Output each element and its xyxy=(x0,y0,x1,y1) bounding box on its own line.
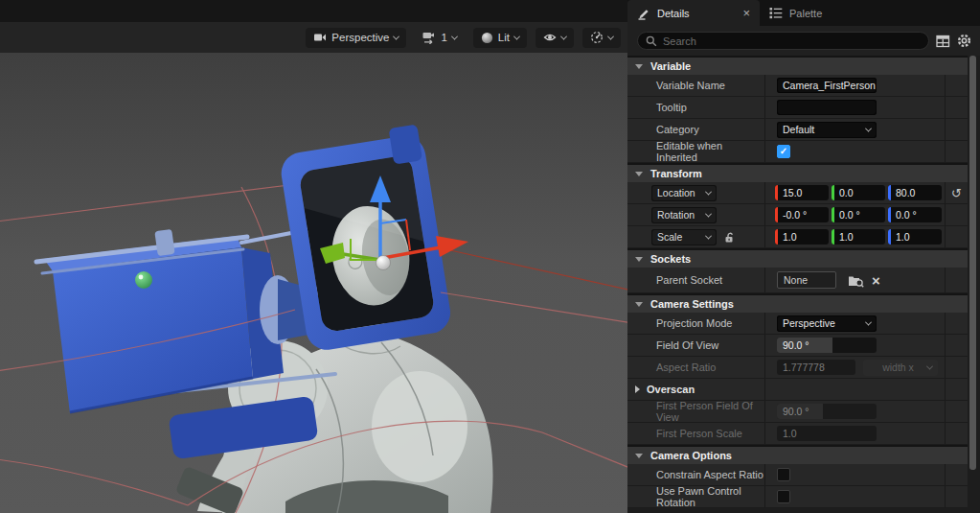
display-filter-button[interactable] xyxy=(936,35,950,48)
property-label: Use Pawn Control Rotation xyxy=(656,485,764,508)
unlocked-lock-icon[interactable] xyxy=(723,231,736,244)
section-header-transform[interactable]: Transform xyxy=(627,163,968,182)
row-location: Location 15.0 0.0 80.0 ↺ xyxy=(627,182,968,204)
subsection-title[interactable]: Overscan xyxy=(647,384,695,395)
expander-down-icon xyxy=(635,302,643,307)
perspective-label: Perspective xyxy=(331,32,389,43)
scale-x-input[interactable]: 1.0 xyxy=(775,229,829,245)
row-overscan: Overscan xyxy=(627,379,968,401)
tab-palette[interactable]: Palette xyxy=(760,0,832,26)
details-pen-icon xyxy=(637,7,650,20)
palette-list-icon xyxy=(769,7,783,19)
y-axis-bar xyxy=(832,207,834,222)
section-header-camera-settings[interactable]: Camera Settings xyxy=(627,293,968,313)
rotation-x-input[interactable]: -0.0 ° xyxy=(775,207,829,222)
scale-type-dropdown[interactable]: Scale xyxy=(651,229,717,245)
tab-palette-label: Palette xyxy=(789,8,822,19)
search-input[interactable] xyxy=(663,35,921,47)
parent-socket-value[interactable]: None xyxy=(777,271,836,289)
row-projection-mode: Projection Mode Perspective xyxy=(627,313,968,335)
clear-socket-icon[interactable]: × xyxy=(872,273,880,288)
slider-value: 90.0 ° xyxy=(783,338,809,353)
rotation-y-input[interactable]: 0.0 ° xyxy=(832,207,885,222)
expander-down-icon xyxy=(635,172,643,176)
chevron-down-icon xyxy=(705,232,712,239)
slider-value: 90.0 ° xyxy=(783,404,809,419)
z-axis-bar xyxy=(888,207,891,222)
viewport-3d-scene[interactable] xyxy=(0,53,627,513)
gizmo-center-handle[interactable] xyxy=(376,256,391,270)
row-first-person-field-of-view: First Person Field Of View 90.0 ° xyxy=(627,401,968,423)
aspect-ratio-input: 1.777778 xyxy=(777,360,855,375)
location-y-input[interactable]: 0.0 xyxy=(832,185,885,200)
section-title: Variable xyxy=(650,60,691,72)
expander-right-icon[interactable] xyxy=(635,385,640,393)
expander-down-icon xyxy=(635,454,643,458)
view-mode-dropdown-button[interactable]: Lit xyxy=(473,28,527,48)
view-mode-label: Lit xyxy=(498,32,510,43)
section-header-sockets[interactable]: Sockets xyxy=(627,248,968,268)
section-title: Transform xyxy=(650,168,702,179)
scale-z-input[interactable]: 1.0 xyxy=(888,229,942,245)
search-icon xyxy=(646,35,657,47)
use-pawn-control-rotation-checkbox[interactable]: ✓ xyxy=(777,490,790,503)
property-label: Aspect Ratio xyxy=(656,361,716,373)
tab-details-label: Details xyxy=(657,8,690,19)
row-variable-name: Variable Name Camera_FirstPerson xyxy=(627,75,968,97)
tooltip-input[interactable] xyxy=(777,100,877,115)
row-first-person-scale: First Person Scale 1.0 xyxy=(627,423,968,445)
viewport-effects-dropdown-button[interactable] xyxy=(582,28,621,48)
browse-socket-icon[interactable] xyxy=(848,273,864,288)
details-properties: Variable Variable Name Camera_FirstPerso… xyxy=(627,56,968,508)
property-label: Variable Name xyxy=(656,80,725,91)
perspective-dropdown-button[interactable]: Perspective xyxy=(306,28,406,48)
category-combobox[interactable]: Default xyxy=(777,122,877,138)
row-category: Category Default xyxy=(627,119,968,141)
reset-to-default-icon[interactable]: ↺ xyxy=(951,187,962,199)
expander-down-icon xyxy=(635,64,643,69)
details-search-row xyxy=(627,26,980,56)
projection-mode-combobox[interactable]: Perspective xyxy=(777,315,877,332)
first-person-fov-slider: 90.0 ° xyxy=(777,404,877,419)
camera-speed-value: 1 xyxy=(441,32,446,43)
property-label: Category xyxy=(656,124,699,135)
details-scrollbar-thumb[interactable] xyxy=(969,56,976,470)
z-axis-bar xyxy=(888,185,891,200)
location-x-input[interactable]: 15.0 xyxy=(775,185,829,200)
show-flags-dropdown-button[interactable] xyxy=(536,28,574,48)
rotation-z-input[interactable]: 0.0 ° xyxy=(888,207,942,222)
section-title: Sockets xyxy=(650,253,691,265)
combo-value: Default xyxy=(783,124,866,135)
location-type-dropdown[interactable]: Location xyxy=(651,185,717,201)
chevron-down-icon xyxy=(513,33,520,39)
row-constrain-aspect-ratio: Constrain Aspect Ratio ✓ xyxy=(627,464,968,486)
chevron-down-icon xyxy=(705,210,712,217)
property-label: Editable when Inherited xyxy=(656,140,764,163)
tab-close-icon[interactable]: × xyxy=(742,7,750,19)
camera-speed-icon xyxy=(422,32,436,44)
grid-table-icon xyxy=(936,35,950,48)
rotation-type-dropdown[interactable]: Rotation xyxy=(651,207,717,223)
chevron-down-icon xyxy=(865,125,872,131)
constrain-aspect-ratio-checkbox[interactable]: ✓ xyxy=(777,468,790,481)
row-editable-when-inherited: Editable when Inherited ✓ xyxy=(627,141,968,163)
settings-gear-button[interactable] xyxy=(957,34,971,48)
section-header-variable[interactable]: Variable xyxy=(627,56,968,75)
combo-value: Perspective xyxy=(783,317,866,329)
scale-y-input[interactable]: 1.0 xyxy=(832,229,885,245)
camera-speed-dropdown-button[interactable]: 1 xyxy=(415,28,464,48)
search-box[interactable] xyxy=(637,32,929,50)
location-z-input[interactable]: 80.0 xyxy=(888,185,942,200)
section-title: Camera Options xyxy=(650,450,732,461)
row-use-pawn-control-rotation: Use Pawn Control Rotation ✓ xyxy=(627,486,968,508)
chevron-down-icon xyxy=(560,33,567,39)
panel-tab-bar: Details × Palette xyxy=(627,0,980,26)
aspect-ratio-axis-combobox: width x xyxy=(863,360,938,376)
variable-name-input[interactable]: Camera_FirstPerson xyxy=(777,78,877,93)
section-header-camera-options[interactable]: Camera Options xyxy=(627,445,968,464)
x-axis-bar xyxy=(775,185,778,200)
field-of-view-slider[interactable]: 90.0 ° xyxy=(777,338,877,353)
camera-record-light xyxy=(135,271,152,289)
tab-details[interactable]: Details × xyxy=(627,0,760,26)
editable-when-inherited-checkbox[interactable]: ✓ xyxy=(777,145,790,158)
